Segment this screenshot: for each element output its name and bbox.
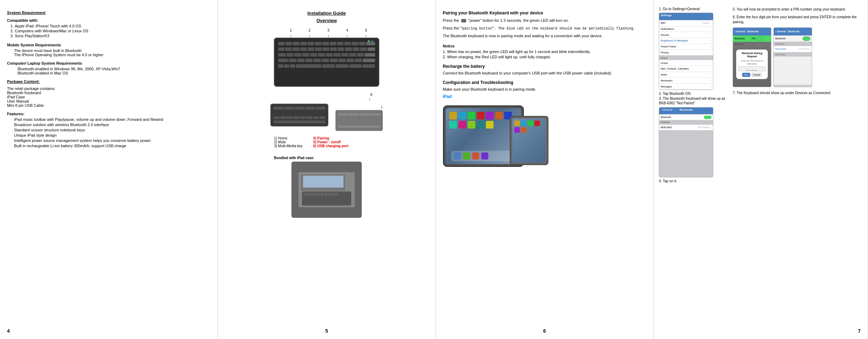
arrow-6: ↓ xyxy=(369,97,371,101)
recharge-title: Recharge the battery xyxy=(443,64,647,69)
keyboard-top-diagram xyxy=(274,38,379,87)
legend-item-1: 1) Home xyxy=(274,136,303,140)
mobile-req-item-1: The device must have built in Bluetooth xyxy=(7,48,211,53)
legend-item-4: 4) Pairing xyxy=(313,136,348,140)
settings-screenshot: Settings WiFiHome › Notifications› Sound… xyxy=(659,13,713,90)
step1-label: 1. Go to Settings>General xyxy=(659,7,729,11)
package-item-2: iPad Case xyxy=(7,95,211,99)
arrow-2: ↓ xyxy=(309,33,311,37)
list-item: Apple iPad, iPhone/ Touch with 4.0 OS xyxy=(15,24,211,28)
legend-left: 1) Home 2) Mute 3) Multi-Media key xyxy=(274,136,303,148)
sys-req-title: System Requirement xyxy=(7,11,211,15)
step5-label: 5. You will now be prompted to enter a P… xyxy=(733,7,862,12)
pairing-text2: "power" button for 1-3 seconds, the gree… xyxy=(468,18,569,22)
feature-2: Broadcom solution with wireless Bluetoot… xyxy=(7,123,211,127)
legend-item-5: 5) Power : on/off xyxy=(313,140,348,144)
arrow-5: ↓ xyxy=(365,33,367,37)
computer-req-item-1: Bluetooth-enabled in Windows 98, Me, 200… xyxy=(7,67,211,71)
num-label-2: 2 xyxy=(309,28,311,32)
page-4: System Requirement Compatible with: Appl… xyxy=(0,0,218,339)
step3-label: 3. The Bluetooth Keyboard will show up a… xyxy=(659,96,729,105)
pairing-title: Pairing your Bluetooth Keyboard with you… xyxy=(443,11,647,15)
recharge-text: Connect the Bluetooth keyboard to your c… xyxy=(443,71,647,75)
feature-3: Standard scissor structure notebook keys xyxy=(7,128,211,132)
num-label-3: 3 xyxy=(327,28,329,32)
notice-item-2: 2. When charging, the Red LED will light… xyxy=(443,55,647,59)
computer-req-item-2: Bluetooth-enabled in Mac OS xyxy=(7,71,211,75)
legend-item-3: 3) Multi-Media key xyxy=(274,144,303,148)
overview-title: Overview xyxy=(316,18,337,23)
list-item: Computers with Windows/Mac or Linux OS xyxy=(15,29,211,33)
config-text: Make sure your Bluetooth keyboard is in … xyxy=(443,87,647,91)
page-number-4: 4 xyxy=(7,328,10,334)
num-label-6: 6 xyxy=(371,93,373,97)
config-title: Configuration and Troubleshooting xyxy=(443,80,647,85)
feature-6: Built in rechargeable Li-ion battery 300… xyxy=(7,144,211,148)
mobile-req-title: Mobile System Requirements xyxy=(7,43,211,47)
package-intro: The retail package contains: xyxy=(7,86,211,91)
package-item-3: User Manual xyxy=(7,99,211,103)
notice-item-1: 1. When low on power, the green LED will… xyxy=(443,50,647,54)
features-title: Features: xyxy=(7,112,211,116)
page-7: 1. Go to Settings>General Settings WiFiH… xyxy=(654,0,868,339)
arrow-4: ↓ xyxy=(346,33,348,37)
num-label-5: 5 xyxy=(365,28,367,32)
compatible-list: Apple iPad, iPhone/ Touch with 4.0 OS Co… xyxy=(7,24,211,38)
page-5: Installation Guide Overview 1 2 3 4 5 ↓ … xyxy=(218,0,436,339)
list-item: Sony PlayStation®3 xyxy=(15,34,211,38)
pairing-text5: The Bluetooth keyboard is now in pairing… xyxy=(443,33,647,39)
legend-item-2: 2) Mute xyxy=(274,140,303,144)
pairing-text3: Press the xyxy=(443,26,459,30)
feature-5: Intelligent power source management syst… xyxy=(7,138,211,143)
legend-right: 4) Pairing 5) Power : on/off 6) USB char… xyxy=(313,136,348,148)
pairing-text4: "pairing button". The blue LED on the ke… xyxy=(460,27,635,31)
num-label-1: 1 xyxy=(290,28,292,32)
package-item-4: Mini 8 pin USB Cable xyxy=(7,103,211,107)
step4-label: 4. Tap on it. xyxy=(659,179,729,183)
pin-dialog-screenshot: ‹ General Bluetooth Bluetooth ON DEVICES… xyxy=(733,27,771,87)
pairing-text1: Press the xyxy=(443,18,459,22)
page-number-5: 5 xyxy=(325,328,328,334)
arrow-1: ↓ xyxy=(290,33,292,37)
notice-title: Notice xyxy=(443,44,647,48)
compatible-title: Compatible with: xyxy=(7,18,211,22)
legend-item-6: 6) USB charging port xyxy=(313,144,348,148)
step6-label: 6. Enter the four digit pin from your ke… xyxy=(733,15,862,25)
package-item-1: Bluetooth Keyboard xyxy=(7,91,211,95)
page-6: Pairing your Bluetooth Keyboard with you… xyxy=(436,0,654,339)
page-number-7: 7 xyxy=(858,328,861,334)
bluetooth-screenshot: ‹ General Bluetooth Bluetooth DEVICES BK… xyxy=(659,107,713,177)
page-number-6: 6 xyxy=(543,328,546,334)
feature-4: Unique iPad style design xyxy=(7,133,211,137)
step2-label: 2. Tap Bluetooth ON xyxy=(659,92,729,96)
connected-screenshot: ‹ General Bluetooth Bluetooth DEVICES BK… xyxy=(773,27,812,87)
num-label-4: 4 xyxy=(346,28,348,32)
step7-label: 7. The Keyboard should show up under Dev… xyxy=(733,91,862,96)
computer-req-title: Computer/ Laptop System Requirements xyxy=(7,61,211,65)
arrow-3: ↓ xyxy=(327,33,329,37)
installation-guide-title: Installation Guide xyxy=(308,11,346,16)
mobile-req-item-2: The iPhone Operating System must be 4.0 … xyxy=(7,53,211,57)
bundled-label: Bundled with iPad case: xyxy=(274,156,379,160)
package-title: Package Content: xyxy=(7,79,211,84)
feature-1: iPad music toolbar with Play/pause, volu… xyxy=(7,117,211,122)
ipad-label: iPad xyxy=(443,94,647,99)
